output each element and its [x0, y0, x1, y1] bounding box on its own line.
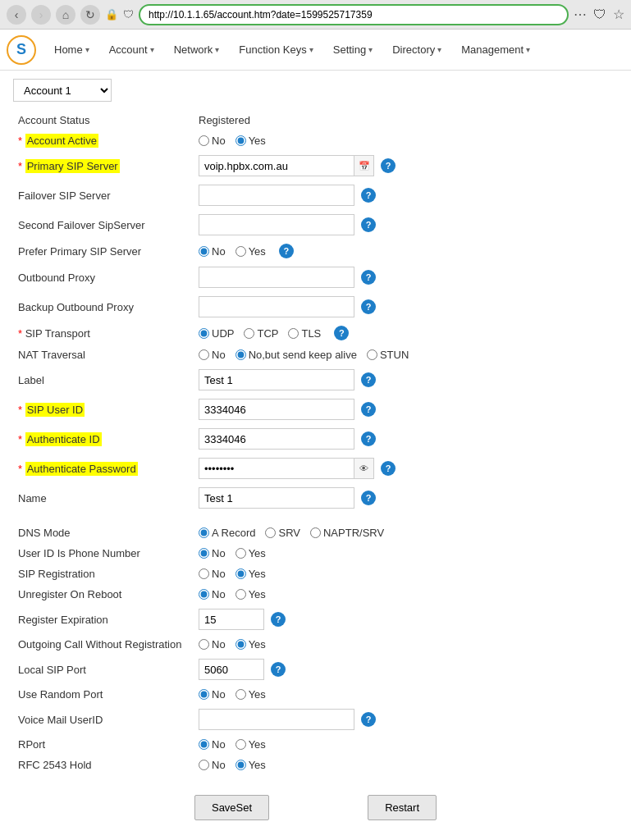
radio-dns-srv[interactable]: SRV [265, 527, 300, 539]
radio-rfc-hold-no[interactable]: No [199, 759, 226, 771]
help-icon-prefer-primary[interactable]: ? [279, 244, 294, 258]
row-local-sip-port: Local SIP Port ? [13, 655, 618, 684]
highlight-authenticate-password: Authenticate Password [25, 462, 138, 476]
sip-server-calendar-icon[interactable]: 📅 [354, 155, 374, 176]
setting-dropdown-arrow: ▾ [368, 45, 373, 54]
local-sip-port-input[interactable] [199, 659, 264, 680]
home-button[interactable]: ⌂ [56, 5, 75, 25]
help-icon-sip-user-id[interactable]: ? [361, 402, 376, 417]
row-name: Name ? [13, 483, 618, 513]
radio-dns-naptr-srv[interactable]: NAPTR/SRV [310, 527, 384, 539]
input-voice-mail-userid: ? [194, 705, 618, 734]
nav-directory[interactable]: Directory ▾ [384, 32, 450, 67]
radio-nat-no[interactable]: No [199, 349, 226, 361]
help-icon-voice-mail[interactable]: ? [361, 712, 376, 727]
authenticate-id-input[interactable] [199, 428, 354, 450]
restart-button[interactable]: Restart [368, 795, 437, 820]
radio-nat-stun[interactable]: STUN [367, 349, 409, 361]
primary-sip-server-input[interactable] [199, 155, 354, 176]
authenticate-password-input[interactable] [199, 458, 354, 479]
star-icon[interactable]: ☆ [613, 7, 624, 22]
second-failover-sip-input[interactable] [199, 214, 354, 235]
help-icon-register-expiration[interactable]: ? [271, 612, 286, 627]
password-reveal-button[interactable]: 👁 [354, 458, 374, 479]
radio-user-id-phone-yes[interactable]: Yes [235, 547, 266, 559]
row-sip-user-id: * SIP User ID ? [13, 395, 618, 424]
name-input[interactable] [199, 487, 354, 509]
label-unregister-on-reboot: Unregister On Reboot [13, 584, 194, 605]
radio-rport-no[interactable]: No [199, 738, 226, 751]
help-icon-authenticate-id[interactable]: ? [361, 431, 376, 446]
radio-unregister-yes[interactable]: Yes [235, 588, 266, 600]
label-field-input[interactable] [199, 369, 354, 390]
nav-account[interactable]: Account ▾ [101, 32, 162, 67]
input-name: ? [194, 483, 618, 513]
function-keys-dropdown-arrow: ▾ [309, 45, 313, 54]
saveset-button[interactable]: SaveSet [194, 795, 269, 820]
radio-sip-reg-yes[interactable]: Yes [235, 568, 266, 580]
row-rfc-2543-hold: RFC 2543 Hold No Yes [13, 755, 618, 775]
name-wrap: ? [199, 487, 613, 509]
radio-random-port-yes[interactable]: Yes [235, 688, 266, 701]
back-button[interactable]: ‹ [7, 5, 26, 25]
nav-network[interactable]: Network ▾ [166, 32, 228, 67]
radio-rfc-hold-yes[interactable]: Yes [235, 759, 266, 771]
backup-outbound-proxy-input[interactable] [199, 296, 354, 317]
refresh-button[interactable]: ↻ [80, 5, 100, 25]
radio-unregister-no[interactable]: No [199, 588, 226, 600]
input-sip-transport: UDP TCP TLS ? [194, 322, 618, 345]
divider-row [13, 513, 618, 523]
radio-sip-reg-no[interactable]: No [199, 568, 226, 580]
outbound-proxy-input[interactable] [199, 267, 354, 288]
row-label-field: Label ? [13, 365, 618, 395]
nav-management[interactable]: Management ▾ [453, 32, 538, 67]
failover-sip-server-input[interactable] [199, 185, 354, 206]
help-icon-outbound-proxy[interactable]: ? [361, 270, 376, 285]
help-icon-second-failover[interactable]: ? [361, 217, 376, 232]
help-icon-label[interactable]: ? [361, 372, 376, 387]
row-outgoing-call: Outgoing Call Without Registration No Ye… [13, 634, 618, 655]
label-field-wrap: ? [199, 369, 613, 390]
address-bar[interactable] [139, 4, 569, 25]
radio-group-unregister: No Yes [199, 588, 613, 600]
top-nav: S Home ▾ Account ▾ Network ▾ Function Ke… [0, 30, 631, 71]
voice-mail-userid-input[interactable] [199, 709, 354, 730]
label-use-random-port: Use Random Port [13, 684, 194, 705]
help-icon-backup-outbound[interactable]: ? [361, 299, 376, 314]
sip-user-id-input[interactable] [199, 399, 354, 420]
radio-dns-a-record[interactable]: A Record [199, 527, 255, 539]
radio-tls[interactable]: TLS [288, 327, 321, 340]
account-select-dropdown[interactable]: Account 1 Account 2 Account 3 [13, 79, 112, 102]
label-rport: RPort [13, 734, 194, 755]
radio-outgoing-no[interactable]: No [199, 638, 226, 651]
label-primary-sip-server: * Primary SIP Server [13, 151, 194, 180]
radio-prefer-primary-no[interactable]: No [199, 245, 226, 258]
radio-prefer-primary-yes[interactable]: Yes [235, 245, 266, 258]
account-dropdown-arrow: ▾ [150, 45, 154, 54]
radio-outgoing-yes[interactable]: Yes [235, 638, 266, 651]
nav-home[interactable]: Home ▾ [46, 32, 98, 67]
help-icon-primary-sip[interactable]: ? [381, 158, 396, 173]
register-expiration-input[interactable] [199, 609, 264, 630]
help-icon-sip-transport[interactable]: ? [334, 326, 349, 340]
more-icon[interactable]: ⋯ [574, 7, 587, 22]
help-icon-failover-sip[interactable]: ? [361, 188, 376, 203]
value-account-status: Registered [194, 110, 618, 130]
radio-random-port-no[interactable]: No [199, 688, 226, 701]
forward-button[interactable]: › [31, 5, 51, 25]
radio-udp[interactable]: UDP [199, 327, 234, 340]
label-sip-transport: * SIP Transport [13, 322, 194, 345]
help-icon-name[interactable]: ? [361, 491, 376, 505]
nav-function-keys[interactable]: Function Keys ▾ [231, 32, 321, 67]
row-dns-mode: DNS Mode A Record SRV NAPTR/SRV [13, 523, 618, 543]
radio-tcp[interactable]: TCP [244, 327, 278, 340]
nav-setting[interactable]: Setting ▾ [325, 32, 381, 67]
radio-user-id-phone-no[interactable]: No [199, 547, 226, 559]
label-failover-sip-server: Failover SIP Server [13, 180, 194, 210]
help-icon-local-sip-port[interactable]: ? [271, 662, 286, 677]
radio-nat-keep-alive[interactable]: No,but send keep alive [235, 349, 357, 361]
radio-account-active-no[interactable]: No [199, 135, 226, 147]
help-icon-auth-password[interactable]: ? [381, 461, 396, 476]
radio-rport-yes[interactable]: Yes [235, 738, 266, 751]
radio-account-active-yes[interactable]: Yes [235, 135, 266, 147]
